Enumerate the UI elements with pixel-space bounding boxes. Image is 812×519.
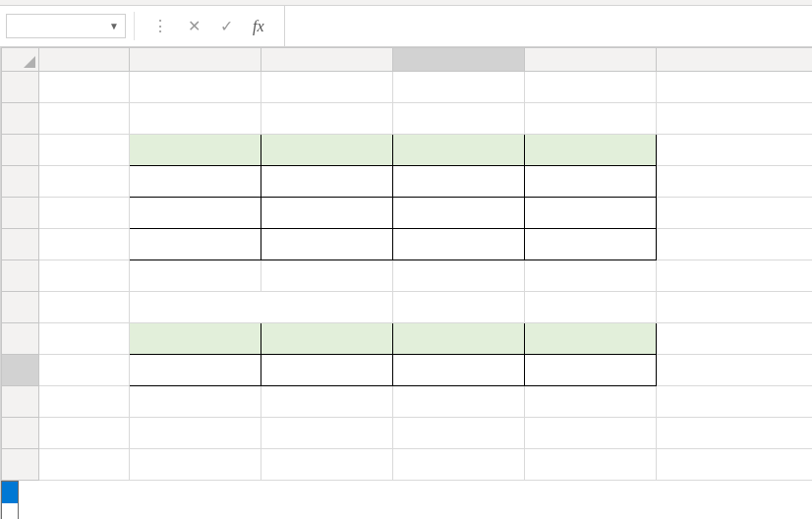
col-header-D[interactable] — [393, 48, 525, 72]
row-header-3[interactable] — [2, 135, 39, 166]
table-cell[interactable] — [261, 229, 392, 260]
divider — [284, 6, 285, 46]
hdr-name2 — [261, 323, 392, 354]
cancel-icon[interactable]: ✕ — [188, 17, 201, 35]
table-cell[interactable] — [393, 198, 524, 228]
search-table-title — [130, 292, 392, 322]
separator — [134, 12, 135, 40]
hdr-code — [130, 135, 261, 165]
search-price[interactable] — [525, 355, 656, 385]
validation-dropdown[interactable] — [1, 481, 19, 519]
dots-icon[interactable]: ⋮ — [152, 17, 168, 35]
col-header-A[interactable] — [39, 48, 130, 72]
table-cell[interactable] — [130, 166, 261, 197]
table-cell[interactable] — [525, 198, 656, 228]
col-header-E[interactable] — [525, 48, 657, 72]
row-header-9[interactable] — [2, 323, 39, 355]
search-name[interactable] — [261, 355, 392, 385]
table-cell[interactable] — [393, 229, 524, 260]
col-header-B[interactable] — [130, 48, 261, 72]
row-header-11[interactable] — [2, 386, 39, 418]
table-cell[interactable] — [261, 166, 392, 197]
name-box[interactable]: ▼ — [6, 14, 126, 38]
search-code[interactable] — [130, 355, 261, 385]
enter-icon[interactable]: ✓ — [220, 17, 233, 35]
select-all-corner[interactable] — [2, 48, 39, 72]
formula-input[interactable] — [295, 6, 812, 46]
hdr-general-price — [525, 135, 656, 165]
row-header-8[interactable] — [2, 292, 39, 323]
hdr-code2 — [130, 323, 261, 354]
row-header-13[interactable] — [2, 449, 39, 481]
spreadsheet-grid[interactable]: ▼ — [0, 47, 812, 519]
table-cell[interactable] — [130, 198, 261, 228]
row-header-6[interactable] — [2, 229, 39, 260]
chevron-down-icon[interactable]: ▼ — [109, 21, 119, 31]
table-cell[interactable] — [525, 229, 656, 260]
hdr-member-class — [393, 323, 524, 354]
price-table-title — [130, 103, 261, 134]
row-header-2[interactable] — [2, 103, 39, 135]
column-header-row — [2, 48, 813, 72]
fx-icon[interactable]: fx — [253, 18, 264, 35]
row-header-4[interactable] — [2, 166, 39, 198]
formula-bar: ▼ ⋮ ✕ ✓ fx — [0, 6, 812, 47]
col-header-F[interactable] — [657, 48, 813, 72]
row-header-7[interactable] — [2, 260, 39, 292]
hdr-member-price — [393, 135, 524, 165]
row-header-10[interactable] — [2, 355, 39, 386]
formula-bar-icons: ⋮ ✕ ✓ fx — [152, 6, 264, 46]
dropdown-option[interactable] — [2, 503, 18, 519]
dropdown-option[interactable] — [2, 482, 18, 503]
table-cell[interactable] — [525, 166, 656, 197]
table-cell[interactable] — [261, 198, 392, 228]
row-header-12[interactable] — [2, 418, 39, 449]
col-header-C[interactable] — [261, 48, 393, 72]
table-cell[interactable] — [130, 229, 261, 260]
row-header-1[interactable] — [2, 72, 39, 103]
row-header-5[interactable] — [2, 198, 39, 229]
hdr-name — [261, 135, 392, 165]
hdr-price — [525, 323, 656, 354]
table-cell[interactable] — [393, 166, 524, 197]
search-member-class[interactable] — [393, 355, 524, 385]
